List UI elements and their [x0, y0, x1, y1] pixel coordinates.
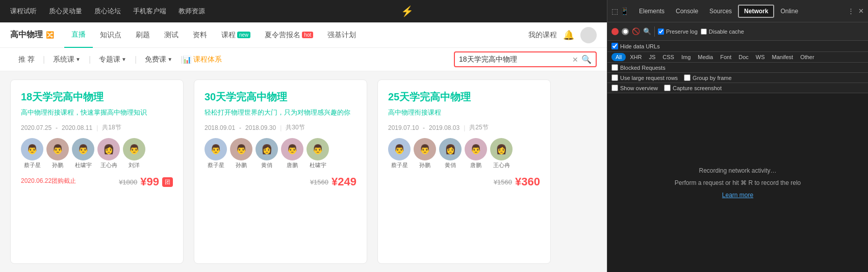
nav-item-trial[interactable]: 课程试听	[10, 7, 37, 16]
search-box: ✕ 🔍	[454, 51, 597, 67]
responsive-icon[interactable]: 📱	[620, 7, 629, 15]
card2-price: ¥1560 ¥249	[310, 175, 356, 188]
filter-tab-other[interactable]: Other	[797, 53, 818, 61]
third-nav-system[interactable]: 系统课▼	[45, 48, 89, 71]
search-icon[interactable]: 🔍	[643, 28, 651, 35]
nav-item-teacher[interactable]: 教师资源	[178, 7, 205, 16]
nav-link-knowledge[interactable]: 知识点	[93, 22, 129, 48]
c3teacher5-avatar: 👩	[490, 138, 513, 160]
search-button[interactable]: 🔍	[581, 55, 592, 64]
tab-console[interactable]: Console	[671, 6, 703, 17]
teacher1-avatar: 👨	[21, 138, 43, 160]
site-logo: ⚡	[401, 5, 414, 17]
course-card-1[interactable]: 18天学完高中物理 高中物理衔接课程，快速掌握高中物理知识 2020.07.25…	[10, 79, 184, 264]
tab-network[interactable]: Network	[738, 5, 774, 18]
filter-tab-img[interactable]: Img	[678, 53, 694, 61]
hide-urls-row: Hide data URLs	[607, 41, 868, 52]
third-nav-recommend[interactable]: 推 荐	[10, 48, 43, 71]
tab-elements[interactable]: Elements	[634, 6, 670, 17]
new-badge: new	[237, 32, 250, 38]
top-nav: 课程试听 质心灵动量 质心论坛 手机客户端 教师资源 ⚡	[0, 0, 607, 22]
large-rows-checkbox[interactable]: Use large request rows	[611, 74, 678, 81]
nav-right: 我的课程 🔔	[528, 27, 597, 43]
card2-dates: 2018.09.01 - 2018.09.30 | 共30节	[205, 123, 356, 132]
record-button[interactable]	[611, 28, 619, 35]
nav-link-live[interactable]: 直播	[64, 22, 93, 48]
devtools-close-icon[interactable]: ✕	[858, 7, 864, 15]
my-courses-link[interactable]: 我的课程	[528, 31, 557, 40]
c3teacher2: 👨 孙鹏	[414, 138, 436, 169]
c2teacher1-avatar: 👨	[205, 138, 227, 160]
course-card-2[interactable]: 30天学完高中物理 轻松打开物理世界的大门，只为对物理感兴趣的你 2018.09…	[194, 79, 367, 264]
tab-online[interactable]: Online	[775, 6, 803, 17]
brand-icon: 🔀	[46, 31, 54, 39]
filter-tab-all[interactable]: All	[611, 53, 626, 61]
teacher3: 👨 杜啸宇	[72, 138, 94, 169]
nav-link-course[interactable]: 课程new	[214, 22, 258, 48]
filter-tab-ws[interactable]: WS	[753, 53, 768, 61]
filter-tab-css[interactable]: CSS	[659, 53, 677, 61]
tab-sources[interactable]: Sources	[704, 6, 737, 17]
preserve-log-checkbox[interactable]: Preserve log	[658, 29, 698, 35]
nav-link-strongbase[interactable]: 强基计划	[320, 22, 363, 48]
show-overview-checkbox[interactable]: Show overview	[611, 85, 658, 91]
nav-link-drill[interactable]: 刷题	[129, 22, 157, 48]
options-row-1: Use large request rows Group by frame	[607, 73, 868, 83]
c2teacher5-avatar: 👨	[307, 138, 329, 160]
nav-item-lingdongliang[interactable]: 质心灵动量	[49, 7, 82, 16]
search-clear-icon[interactable]: ✕	[572, 56, 578, 64]
chevron-down-icon3: ▼	[167, 57, 172, 62]
card3-price-new: ¥360	[515, 175, 540, 188]
third-nav-topic[interactable]: 专题课▼	[91, 48, 135, 71]
search-input[interactable]	[459, 56, 572, 64]
card3-avatars: 👨 蔡子星 👨 孙鹏 👩 黄俏 👨 唐鹏 👩 王心冉	[388, 138, 540, 169]
user-avatar[interactable]	[580, 27, 597, 43]
capture-screenshot-checkbox[interactable]: Capture screenshot	[664, 85, 722, 91]
devtools-tabbar: ⬚ 📱 Elements Console Sources Network Onl…	[607, 0, 868, 22]
course-card-3[interactable]: 25天学完高中物理 高中物理衔接课程 2019.07.10 - 2019.08.…	[377, 79, 551, 264]
filter-tab-manifest[interactable]: Manifest	[769, 53, 797, 61]
hot-badge: hot	[302, 32, 313, 38]
brand-title: 高中物理 🔀	[10, 30, 54, 40]
c2teacher3-avatar: 👩	[256, 138, 278, 160]
third-nav-free[interactable]: 免费课▼	[137, 48, 181, 71]
card1-subtitle: 高中物理衔接课程，快速掌握高中物理知识	[21, 108, 173, 117]
disable-cache-checkbox[interactable]: Disable cache	[701, 29, 744, 35]
nav-link-camp[interactable]: 夏令营报名hot	[258, 22, 320, 48]
card2-title: 30天学完高中物理	[205, 90, 356, 104]
filter-tabs-row: All XHR JS CSS Img Media Font Doc WS Man…	[607, 52, 868, 63]
cursor-icon[interactable]: ⬚	[611, 7, 618, 15]
card1-price: ¥1800 ¥99 团	[119, 175, 173, 188]
card3-price: ¥1560 ¥360	[494, 175, 540, 188]
filter-tab-font[interactable]: Font	[717, 53, 734, 61]
c3teacher1-avatar: 👨	[388, 138, 411, 160]
card3-subtitle: 高中物理衔接课程	[388, 108, 540, 117]
bell-icon[interactable]: 🔔	[563, 30, 574, 41]
c2teacher2-avatar: 👨	[230, 138, 252, 160]
devtools-more-icon[interactable]: ⋮	[848, 7, 854, 15]
filter-tab-xhr[interactable]: XHR	[627, 53, 645, 61]
blocked-requests-checkbox[interactable]	[611, 64, 618, 71]
nav-item-mobile[interactable]: 手机客户端	[133, 7, 166, 16]
c2teacher5: 👨 杜啸宇	[307, 138, 329, 169]
filter-icon[interactable]: 🚫	[632, 28, 640, 35]
nav-link-material[interactable]: 资料	[186, 22, 214, 48]
card1-dates: 2020.07.25 - 2020.08.11 | 共18节	[21, 123, 173, 132]
c2teacher1: 👨 蔡子星	[205, 138, 227, 169]
filter-tab-doc[interactable]: Doc	[735, 53, 752, 61]
stop-button[interactable]: ⬤	[622, 28, 629, 35]
toolbar-divider	[654, 26, 655, 37]
second-nav-links: 直播 知识点 刷题 测试 资料 课程new 夏令营报名hot 强基计划	[64, 22, 528, 48]
third-nav-coursesystem[interactable]: 📊 课程体系	[183, 55, 222, 64]
nav-link-test[interactable]: 测试	[157, 22, 186, 48]
network-toolbar: ⬤ 🚫 🔍 Preserve log Disable cache	[607, 22, 868, 41]
chevron-down-icon2: ▼	[121, 57, 126, 62]
filter-tab-media[interactable]: Media	[695, 53, 716, 61]
c3teacher3-avatar: 👩	[439, 138, 462, 160]
card1-deadline: 2020.06.22团购截止	[21, 177, 76, 185]
group-by-frame-checkbox[interactable]: Group by frame	[684, 74, 731, 81]
nav-item-forum[interactable]: 质心论坛	[94, 7, 121, 16]
filter-tab-js[interactable]: JS	[646, 53, 658, 61]
learn-more-link[interactable]: Learn more	[722, 192, 753, 199]
hide-data-urls-checkbox[interactable]: Hide data URLs	[611, 43, 660, 49]
